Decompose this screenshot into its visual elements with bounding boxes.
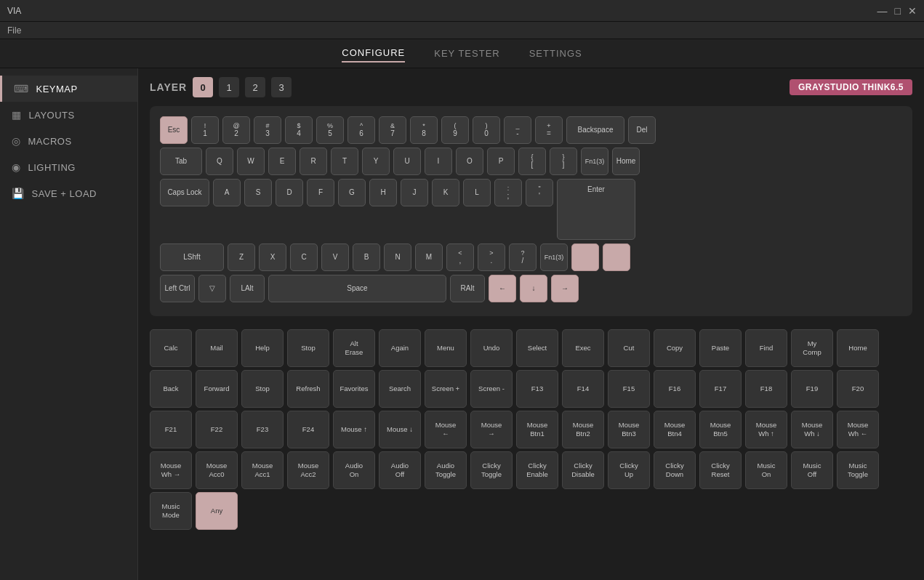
key-o[interactable]: O [456,148,483,175]
key-space[interactable]: Space [268,275,446,302]
key-q[interactable]: Q [206,148,233,175]
key-s[interactable]: S [244,179,272,206]
sp-mouse-wh-down[interactable]: MouseWh ↓ [791,411,833,448]
sp-home[interactable]: Home [837,329,879,367]
key-fn1-3-r4[interactable]: Fn1(3) [540,243,568,271]
sp-music-on[interactable]: MusicOn [745,451,787,489]
key-esc[interactable]: Esc [160,116,188,144]
sp-forward[interactable]: Forward [196,370,238,408]
sp-music-off[interactable]: MusicOff [791,451,833,489]
sp-f21[interactable]: F21 [150,411,192,448]
key-e[interactable]: E [268,148,296,175]
sidebar-item-keymap[interactable]: ⌨ KEYMAP [0,76,137,102]
key-d[interactable]: D [276,179,303,206]
key-5[interactable]: %5 [316,116,344,144]
key-u[interactable]: U [393,148,421,175]
sidebar-item-lighting[interactable]: ◉ LIGHTING [0,154,137,180]
key-4[interactable]: $4 [285,116,313,144]
sp-mouse-wh-right[interactable]: MouseWh → [150,451,192,489]
sp-mouse-wh-up[interactable]: MouseWh ↑ [745,411,787,448]
key-ralt[interactable]: RAlt [450,275,485,302]
layer-btn-3[interactable]: 3 [271,77,292,97]
key-z[interactable]: Z [228,243,255,271]
key-win[interactable]: ▽ [198,275,226,302]
key-7[interactable]: &7 [379,116,406,144]
sp-clicky-toggle[interactable]: ClickyToggle [470,451,513,489]
sp-screen-minus[interactable]: Screen - [470,370,513,408]
sp-mouse-up[interactable]: Mouse ↑ [333,411,375,448]
key-backspace[interactable]: Backspace [566,116,624,144]
tab-configure[interactable]: CONFIGURE [342,44,405,63]
sp-f18[interactable]: F18 [745,370,787,408]
sp-exec[interactable]: Exec [562,329,604,367]
sidebar-item-save-load[interactable]: 💾 SAVE + LOAD [0,180,137,206]
key-minus[interactable]: _- [504,116,531,144]
sp-clicky-reset[interactable]: ClickyReset [699,451,742,489]
key-down[interactable]: ↓ [520,275,547,302]
sp-f24[interactable]: F24 [287,411,329,448]
sp-mail[interactable]: Mail [196,329,238,367]
file-menu[interactable]: File [7,25,21,36]
key-tab[interactable]: Tab [160,148,202,175]
sp-f20[interactable]: F20 [837,370,879,408]
sp-audio-on[interactable]: AudioOn [333,451,375,489]
key-0[interactable]: )0 [473,116,500,144]
key-comma[interactable]: <, [446,243,474,271]
sp-screen-plus[interactable]: Screen + [425,370,467,408]
sp-mouse-btn3[interactable]: MouseBtn3 [608,411,650,448]
key-equal[interactable]: += [535,116,563,144]
sp-audio-toggle[interactable]: AudioToggle [425,451,467,489]
sp-clicky-enable[interactable]: ClickyEnable [516,451,558,489]
sp-clicky-up[interactable]: ClickyUp [608,451,650,489]
key-lbracket[interactable]: {[ [518,148,546,175]
restore-button[interactable]: □ [895,5,901,17]
key-g[interactable]: G [338,179,366,206]
sp-music-toggle[interactable]: MusicToggle [837,451,879,489]
tab-key-tester[interactable]: KEY TESTER [434,45,499,62]
sp-calc[interactable]: Calc [150,329,192,367]
sp-f19[interactable]: F19 [791,370,833,408]
sp-clicky-down[interactable]: ClickyDown [654,451,696,489]
sp-paste[interactable]: Paste [699,329,742,367]
key-x[interactable]: X [259,243,286,271]
sp-mouse-wh-left[interactable]: MouseWh ← [837,411,879,448]
close-button[interactable]: ✕ [908,5,917,17]
key-del[interactable]: Del [628,116,656,144]
sp-f16[interactable]: F16 [654,370,696,408]
key-3[interactable]: #3 [254,116,281,144]
tab-settings[interactable]: SETTINGS [529,45,582,62]
key-y[interactable]: Y [362,148,390,175]
sp-stop[interactable]: Stop [287,329,329,367]
sp-f15[interactable]: F15 [608,370,650,408]
key-lshift[interactable]: LShft [160,243,224,271]
sp-mouse-down[interactable]: Mouse ↓ [379,411,421,448]
sp-menu[interactable]: Menu [425,329,467,367]
key-capslock[interactable]: Caps Lock [160,179,209,206]
sp-select[interactable]: Select [516,329,558,367]
sp-mouse-btn1[interactable]: MouseBtn1 [516,411,558,448]
sidebar-item-macros[interactable]: ◎ MACROS [0,128,137,154]
sp-any[interactable]: Any [196,492,238,530]
key-rshift-2[interactable] [603,243,630,271]
sp-help[interactable]: Help [241,329,284,367]
sp-f23[interactable]: F23 [241,411,284,448]
key-slash[interactable]: ?/ [509,243,537,271]
key-rbracket[interactable]: }] [550,148,577,175]
key-j[interactable]: J [401,179,428,206]
key-period[interactable]: >. [478,243,505,271]
sp-my-comp[interactable]: MyComp [791,329,833,367]
sp-audio-off[interactable]: AudioOff [379,451,421,489]
key-1[interactable]: !1 [191,116,219,144]
layer-btn-1[interactable]: 1 [219,77,239,97]
key-n[interactable]: N [384,243,411,271]
key-lalt[interactable]: LAlt [230,275,265,302]
key-c[interactable]: C [290,243,318,271]
key-2[interactable]: @2 [222,116,250,144]
key-rshift-1[interactable] [571,243,599,271]
sp-mouse-btn4[interactable]: MouseBtn4 [654,411,696,448]
sp-f14[interactable]: F14 [562,370,604,408]
sp-favorites[interactable]: Favorites [333,370,375,408]
layer-btn-2[interactable]: 2 [245,77,265,97]
sp-find[interactable]: Find [745,329,787,367]
key-9[interactable]: (9 [441,116,469,144]
